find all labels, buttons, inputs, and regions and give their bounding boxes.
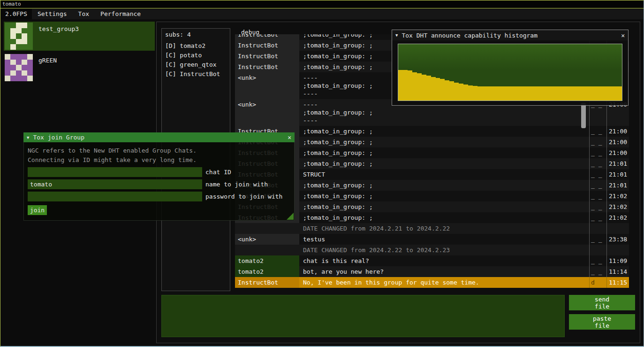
message-flags: _ _ bbox=[589, 137, 606, 147]
avatar-pixel bbox=[27, 33, 33, 39]
avatar-pixel bbox=[22, 65, 27, 70]
avatar-pixel bbox=[10, 33, 16, 39]
join-field-row: password to join with bbox=[28, 192, 290, 201]
avatar-pixel bbox=[22, 76, 27, 81]
histogram-plot bbox=[398, 44, 622, 101]
message-time bbox=[606, 223, 629, 234]
resize-grip[interactable] bbox=[287, 213, 294, 220]
chat-message-row[interactable]: tomato2chat is this real?_ _11:09 bbox=[235, 255, 629, 266]
join-input-0[interactable] bbox=[28, 167, 202, 177]
avatar-pixel bbox=[27, 60, 33, 65]
message-author: InstructBot bbox=[235, 51, 299, 62]
message-input[interactable] bbox=[161, 295, 565, 337]
join-button[interactable]: join bbox=[28, 205, 47, 215]
close-icon[interactable]: ✕ bbox=[621, 32, 625, 39]
group-item-green[interactable]: gREEN bbox=[4, 53, 155, 82]
member-item[interactable]: [C] InstructBot bbox=[165, 69, 227, 79]
group-sidebar: test_group3gREEN bbox=[4, 22, 155, 85]
join-input-2[interactable] bbox=[28, 192, 202, 201]
message-author: <unk> bbox=[235, 234, 299, 245]
avatar-pixel bbox=[22, 44, 27, 50]
menu-items: SettingsToxPerformance bbox=[32, 9, 146, 19]
avatar-pixel bbox=[27, 44, 33, 50]
message-time: 21:01 bbox=[606, 158, 629, 169]
join-description-line1: NGC refers to the New DHT enabled Group … bbox=[28, 146, 290, 155]
histogram-bar bbox=[589, 86, 594, 100]
histogram-bar bbox=[422, 75, 426, 100]
message-time: 21:01 bbox=[606, 169, 629, 180]
join-input-1[interactable]: tomato bbox=[28, 179, 202, 189]
menu-item-tox[interactable]: Tox bbox=[73, 9, 95, 19]
collapse-icon[interactable]: ▼ bbox=[395, 33, 398, 38]
avatar-pixel bbox=[16, 60, 22, 65]
message-text: ;tomato_in_group: ; bbox=[299, 201, 589, 212]
message-time bbox=[606, 245, 629, 255]
histogram-bar bbox=[463, 85, 468, 100]
collapse-icon[interactable]: ▼ bbox=[27, 135, 29, 140]
avatar-pixel bbox=[5, 60, 10, 65]
histogram-bar bbox=[533, 86, 538, 100]
message-author bbox=[235, 223, 299, 234]
message-text: DATE CHANGED from 2024.2.22 to 2024.2.23 bbox=[299, 245, 589, 255]
histogram-bar bbox=[454, 83, 459, 100]
avatar-pixel bbox=[16, 76, 22, 81]
avatar-pixel bbox=[22, 70, 27, 76]
message-time: 21:00 bbox=[606, 126, 629, 137]
histogram-bar bbox=[417, 73, 422, 100]
message-text: ;tomato_in_group: ; bbox=[299, 137, 589, 147]
message-time: 11:09 bbox=[606, 255, 629, 266]
histogram-window-titlebar[interactable]: ▼ Tox DHT announce capability histogram … bbox=[392, 30, 628, 40]
avatar-pixel bbox=[16, 23, 22, 28]
join-window-titlebar[interactable]: ▼ Tox join Group ✕ bbox=[23, 132, 295, 142]
close-icon[interactable]: ✕ bbox=[288, 134, 291, 141]
menu-item-performance[interactable]: Performance bbox=[95, 9, 146, 19]
chat-message-row[interactable]: tomato2bot, are you new here?_ _11:14 bbox=[235, 266, 629, 277]
histogram-bar bbox=[436, 78, 440, 100]
os-titlebar[interactable]: tomato bbox=[0, 0, 644, 8]
histogram-bar bbox=[482, 86, 487, 100]
message-flags: _ _ bbox=[589, 266, 606, 277]
histogram-bar bbox=[594, 86, 599, 100]
histogram-bar bbox=[524, 86, 529, 100]
histogram-bar bbox=[561, 86, 566, 100]
member-item[interactable]: [C] green_qtox bbox=[165, 60, 227, 69]
avatar-pixel bbox=[22, 60, 27, 65]
chat-message-row[interactable]: InstructBotNo, I've been in this group f… bbox=[235, 277, 629, 288]
message-author: InstructBot bbox=[235, 277, 299, 288]
avatar-pixel bbox=[10, 60, 16, 65]
avatar-pixel bbox=[27, 54, 33, 60]
histogram-bar bbox=[571, 86, 576, 100]
join-window-body: NGC refers to the New DHT enabled Group … bbox=[23, 142, 295, 221]
histogram-bar bbox=[566, 86, 571, 100]
member-item[interactable]: [C] potato bbox=[165, 51, 227, 60]
members-list: [D] tomato2[C] potato[C] green_qtox[C] I… bbox=[165, 41, 227, 79]
join-field-label: name to join with bbox=[205, 181, 268, 188]
dht-histogram-window: ▼ Tox DHT announce capability histogram … bbox=[392, 30, 629, 106]
paste-file-button[interactable]: paste file bbox=[569, 314, 635, 330]
message-text: bot, are you new here? bbox=[299, 266, 589, 277]
message-author: InstructBot bbox=[235, 34, 299, 40]
histogram-bar bbox=[431, 77, 436, 100]
menu-item-settings[interactable]: Settings bbox=[32, 9, 73, 19]
histogram-bar bbox=[496, 86, 501, 100]
histogram-bar bbox=[538, 86, 543, 100]
message-author: InstructBot bbox=[235, 40, 299, 51]
chat-message-row[interactable]: <unk>testus_ _23:38 bbox=[235, 234, 629, 245]
chat-scrollbar-thumb[interactable] bbox=[581, 103, 586, 128]
avatar-pixel bbox=[5, 23, 10, 28]
avatar-pixel bbox=[16, 54, 22, 60]
join-window-title: Tox join Group bbox=[33, 134, 84, 141]
avatar-pixel bbox=[10, 23, 16, 28]
group-item-test_group3[interactable]: test_group3 bbox=[4, 22, 155, 51]
chat-date-row: DATE CHANGED from 2024.2.22 to 2024.2.23 bbox=[235, 245, 629, 255]
member-item[interactable]: [D] tomato2 bbox=[165, 41, 227, 51]
send-file-button[interactable]: send file bbox=[569, 295, 635, 310]
avatar-pixel bbox=[27, 28, 33, 34]
join-group-window: ▼ Tox join Group ✕ NGC refers to the New… bbox=[23, 132, 295, 221]
join-description-line2: Connecting via ID might take a very long… bbox=[28, 155, 290, 165]
avatar-pixel bbox=[5, 28, 10, 34]
message-flags: _ _ bbox=[589, 169, 606, 180]
group-avatar bbox=[5, 54, 33, 81]
message-text: STRUCT bbox=[299, 169, 589, 180]
histogram-bar bbox=[580, 86, 585, 100]
